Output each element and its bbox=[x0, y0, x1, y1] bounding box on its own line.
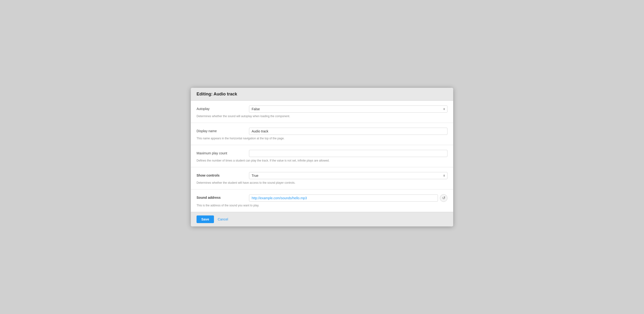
show-controls-select[interactable]: True False bbox=[249, 172, 448, 179]
reset-icon: ↺ bbox=[442, 196, 445, 200]
max-play-count-section: Maximum play count Defines the number of… bbox=[191, 145, 453, 167]
sound-address-row: Sound address ↺ bbox=[196, 194, 448, 202]
autoplay-select[interactable]: False True bbox=[249, 106, 448, 112]
save-button[interactable]: Save bbox=[196, 216, 214, 223]
max-play-count-input[interactable] bbox=[249, 150, 448, 157]
sound-address-reset-button[interactable]: ↺ bbox=[440, 194, 448, 202]
display-name-label: Display name bbox=[196, 128, 244, 133]
max-play-count-description: Defines the number of times a student ca… bbox=[196, 159, 448, 162]
autoplay-control-wrapper: False True bbox=[249, 106, 448, 112]
display-name-row: Display name bbox=[196, 128, 448, 135]
show-controls-row: Show controls True False bbox=[196, 172, 448, 179]
autoplay-label: Autoplay bbox=[196, 106, 244, 111]
autoplay-description: Determines whether the sound will autopl… bbox=[196, 114, 448, 118]
modal-footer: Save Cancel bbox=[191, 212, 453, 226]
sound-address-label: Sound address bbox=[196, 194, 244, 200]
show-controls-description: Determines whether the student will have… bbox=[196, 181, 448, 184]
display-name-section: Display name This name appears in the ho… bbox=[191, 123, 453, 145]
autoplay-row: Autoplay False True bbox=[196, 106, 448, 112]
modal-header: Editing: Audio track bbox=[191, 88, 453, 101]
editing-modal: Editing: Audio track Autoplay False True… bbox=[191, 88, 453, 226]
display-name-control-wrapper bbox=[249, 128, 448, 135]
modal-body: Autoplay False True Determines whether t… bbox=[191, 101, 453, 212]
sound-address-control-wrapper: ↺ bbox=[249, 194, 448, 202]
display-name-input[interactable] bbox=[249, 128, 448, 135]
max-play-count-label: Maximum play count bbox=[196, 150, 244, 155]
show-controls-control-wrapper: True False bbox=[249, 172, 448, 179]
max-play-count-control-wrapper bbox=[249, 150, 448, 157]
cancel-button[interactable]: Cancel bbox=[217, 216, 229, 223]
modal-title: Editing: Audio track bbox=[196, 92, 448, 97]
sound-address-input-group: ↺ bbox=[249, 194, 448, 202]
sound-address-description: This is the address of the sound you wan… bbox=[196, 204, 448, 207]
autoplay-section: Autoplay False True Determines whether t… bbox=[191, 101, 453, 123]
sound-address-input[interactable] bbox=[249, 194, 438, 202]
show-controls-label: Show controls bbox=[196, 172, 244, 177]
max-play-count-row: Maximum play count bbox=[196, 150, 448, 157]
display-name-description: This name appears in the horizontal navi… bbox=[196, 137, 448, 140]
show-controls-section: Show controls True False Determines whet… bbox=[191, 167, 453, 190]
sound-address-section: Sound address ↺ This is the address of t… bbox=[191, 190, 453, 212]
